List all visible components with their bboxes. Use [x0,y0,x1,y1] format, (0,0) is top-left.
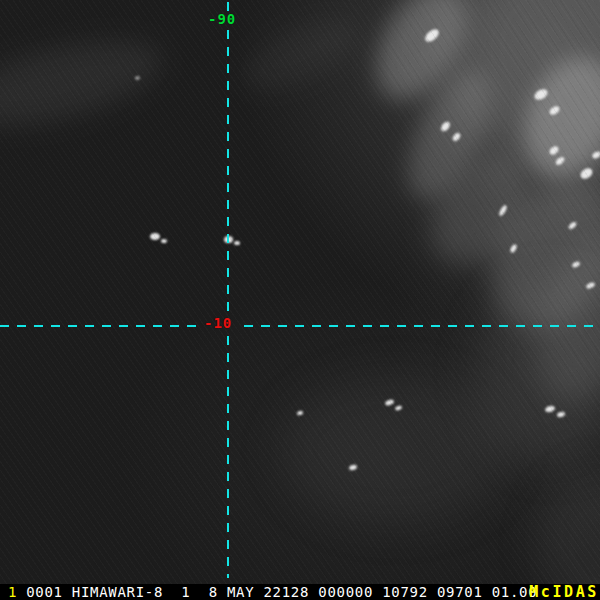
cloud-patch [515,229,600,417]
cloud-speck [591,150,600,160]
cloud-speck [451,132,461,143]
cloud-patch [466,157,600,353]
mcidas-brand-label: McIDAS [529,584,599,600]
cloud-speck [384,399,394,407]
cloud-speck [548,145,560,157]
cloud-speck [571,261,580,269]
cloud-speck [567,221,577,231]
cloud-speck [297,410,304,415]
cloud-patch [509,44,600,191]
cloud-speck [554,155,566,166]
cloud-speck [585,281,595,289]
status-text: 0001 HIMAWARI-8 1 8 MAY 22128 000000 107… [26,584,537,600]
cloud-speck [161,239,167,243]
cloud-patch [390,0,600,234]
cloud-patch [280,375,510,525]
scanline-texture [0,0,600,584]
cloud-patch [233,4,368,104]
cloud-patch [358,0,485,115]
cloud-speck [498,204,508,217]
cloud-speck [509,243,518,253]
cloud-speck [150,233,160,240]
status-bar: 1 0001 HIMAWARI-8 1 8 MAY 22128 000000 1… [0,584,600,600]
cloud-patch [391,58,506,211]
cloud-patch [0,24,170,143]
cloud-speck [579,166,595,181]
mcidas-window: -90 -10 1 0001 HIMAWARI-8 1 8 MAY 22128 … [0,0,600,600]
cloud-speck [423,27,441,44]
map-gridlines [0,0,600,584]
cloud-speck [135,76,140,80]
cloud-speck [439,120,451,133]
cloud-patch [535,470,600,584]
cloud-speck [533,87,550,102]
latitude-label: -10 [204,316,232,330]
cloud-speck [234,241,240,245]
cloud-patch [475,280,600,465]
cloud-speck [395,405,403,411]
cloud-speck [348,464,357,471]
cloud-speck [548,104,561,116]
cloud-speck [224,236,233,243]
satellite-image-canvas[interactable]: -90 -10 [0,0,600,584]
frame-number[interactable]: 1 [8,584,17,600]
longitude-label: -90 [208,12,236,26]
cloud-speck [556,411,565,418]
cloud-patch [411,137,547,282]
cloud-speck [544,405,555,413]
